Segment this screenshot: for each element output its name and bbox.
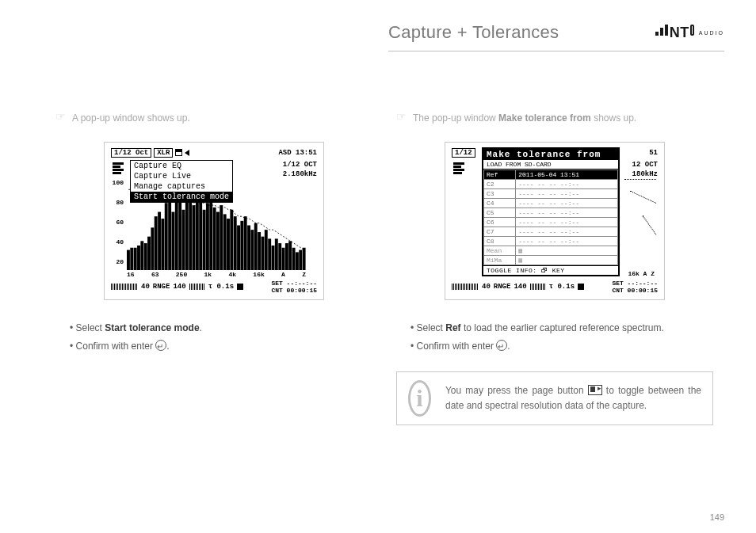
oct-chip: 1/12 <box>452 148 475 158</box>
svg-rect-16 <box>182 210 185 270</box>
right-column: ☞ The pop-up window Make tolerance from … <box>396 111 713 425</box>
lcd-footer: 40 RNGE 140 τ 0.1s SET --:--:-- CNT 00:0… <box>111 279 317 295</box>
svg-rect-44 <box>278 243 281 270</box>
page-title: Capture + Tolerances <box>388 22 559 43</box>
menu-item[interactable]: Manage captures <box>131 181 232 192</box>
disk-icon <box>175 149 182 156</box>
svg-rect-12 <box>168 201 171 271</box>
menu-item-selected[interactable]: Start tolerance mode <box>131 192 232 202</box>
info-text: You may press the page button to toggle … <box>445 383 701 413</box>
svg-rect-8 <box>155 216 158 270</box>
popup-title: Make tolerance from <box>483 149 618 160</box>
popup-subtitle: LOAD FROM SD-CARD <box>483 160 618 169</box>
svg-rect-42 <box>272 246 275 270</box>
svg-rect-18 <box>189 194 192 270</box>
xlr-chip: XLR <box>154 148 173 158</box>
popup-footer: TOGGLE INFO: 🗗 KEY <box>483 265 618 275</box>
svg-rect-33 <box>240 221 243 270</box>
asd-time: ASD 13:51 <box>278 149 317 157</box>
svg-rect-11 <box>165 203 168 270</box>
page-button-icon <box>588 385 602 395</box>
svg-rect-26 <box>216 212 220 270</box>
table-row[interactable]: C8---- -- -- --:-- <box>484 237 618 246</box>
hand-icon: ☞ <box>396 111 407 122</box>
svg-rect-51 <box>303 248 306 270</box>
stop-icon <box>237 284 243 290</box>
svg-rect-47 <box>288 242 292 271</box>
left-column: ☞ A pop-up window shows up. 1/12 Oct XLR… <box>55 111 372 356</box>
svg-rect-32 <box>237 226 240 271</box>
svg-rect-31 <box>234 216 237 270</box>
svg-rect-48 <box>292 248 296 270</box>
svg-rect-0 <box>127 250 130 270</box>
svg-rect-35 <box>247 226 250 271</box>
legend: 1/12 OCT2.180kHz <box>283 160 317 179</box>
step: Select Ref to load the earlier captured … <box>410 319 713 337</box>
svg-rect-3 <box>137 246 140 270</box>
svg-rect-10 <box>161 219 164 270</box>
page-header: Capture + Tolerances NT AUDIO <box>388 14 724 51</box>
svg-rect-2 <box>134 248 137 270</box>
speaker-icon <box>185 150 189 156</box>
x-axis: 1663 2501k 4k16k AZ <box>127 271 306 279</box>
lcd-screenshot-left: 1/12 Oct XLR ASD 13:51 1/12 OCT2.180kHz … <box>104 142 324 300</box>
menu-item[interactable]: Capture Live <box>131 171 232 181</box>
level-bars-icon <box>113 162 124 175</box>
hand-icon: ☞ <box>55 111 66 122</box>
left-lead-text: A pop-up window shows up. <box>72 111 190 126</box>
right-lead: ☞ The pop-up window Make tolerance from … <box>396 111 713 126</box>
svg-rect-50 <box>299 250 302 270</box>
svg-rect-37 <box>254 223 258 270</box>
svg-rect-24 <box>209 199 212 270</box>
svg-rect-15 <box>178 192 181 270</box>
step: Select Start tolerance mode. <box>70 319 372 337</box>
svg-rect-41 <box>268 239 271 271</box>
svg-rect-29 <box>227 219 230 270</box>
table-row[interactable]: C6---- -- -- --:-- <box>484 218 618 227</box>
table-row[interactable]: C4---- -- -- --:-- <box>484 199 618 208</box>
time-fragment: 51 <box>649 149 658 157</box>
level-bars-icon <box>453 162 464 175</box>
table-row[interactable]: C3---- -- -- --:-- <box>484 189 618 199</box>
svg-rect-14 <box>175 196 178 270</box>
svg-rect-34 <box>244 216 247 270</box>
svg-rect-4 <box>140 242 143 271</box>
capture-popup: Capture EQ Capture Live Manage captures … <box>130 160 233 203</box>
stop-icon <box>578 284 584 290</box>
table-row[interactable]: C7---- -- -- --:-- <box>484 227 618 237</box>
svg-rect-30 <box>230 210 233 270</box>
table-row[interactable]: C5---- -- -- --:-- <box>484 208 618 218</box>
svg-rect-1 <box>130 248 133 270</box>
table-row[interactable]: Ref2011-05-04 13:51 <box>484 170 618 180</box>
svg-rect-25 <box>213 207 216 270</box>
svg-rect-38 <box>258 232 261 270</box>
svg-rect-7 <box>151 228 154 271</box>
nti-logo: NT AUDIO <box>655 25 724 41</box>
svg-rect-39 <box>262 237 265 270</box>
capture-table: Ref2011-05-04 13:51 C2---- -- -- --:-- C… <box>483 169 618 265</box>
info-icon: i <box>408 380 431 417</box>
make-tolerance-popup: Make tolerance from LOAD FROM SD-CARD Re… <box>482 147 620 276</box>
svg-rect-36 <box>250 230 254 270</box>
left-lead: ☞ A pop-up window shows up. <box>55 111 372 126</box>
enter-icon <box>155 340 166 351</box>
svg-rect-40 <box>265 230 268 270</box>
svg-rect-27 <box>220 205 223 270</box>
svg-rect-43 <box>275 239 278 271</box>
enter-icon <box>496 340 507 351</box>
menu-item[interactable]: Capture EQ <box>131 161 232 171</box>
table-row[interactable]: C2---- -- -- --:-- <box>484 180 618 189</box>
legend: 12 OCT180kHz <box>632 160 658 179</box>
svg-rect-21 <box>199 196 202 270</box>
svg-rect-45 <box>282 248 285 270</box>
y-axis: 100 80 60 40 20 <box>109 181 125 271</box>
svg-rect-13 <box>172 212 175 270</box>
table-row[interactable]: MiMa▦ <box>484 256 618 265</box>
table-row[interactable]: Mean▦ <box>484 246 618 256</box>
right-lead-text: The pop-up window Make tolerance from sh… <box>413 111 636 126</box>
lcd-screenshot-right: 1/12 51 12 OCT180kHz Make tolerance from… <box>445 142 665 300</box>
page-number: 149 <box>710 512 724 522</box>
svg-rect-49 <box>296 253 299 271</box>
left-steps: Select Start tolerance mode. Confirm wit… <box>70 319 372 356</box>
svg-rect-23 <box>206 203 209 270</box>
